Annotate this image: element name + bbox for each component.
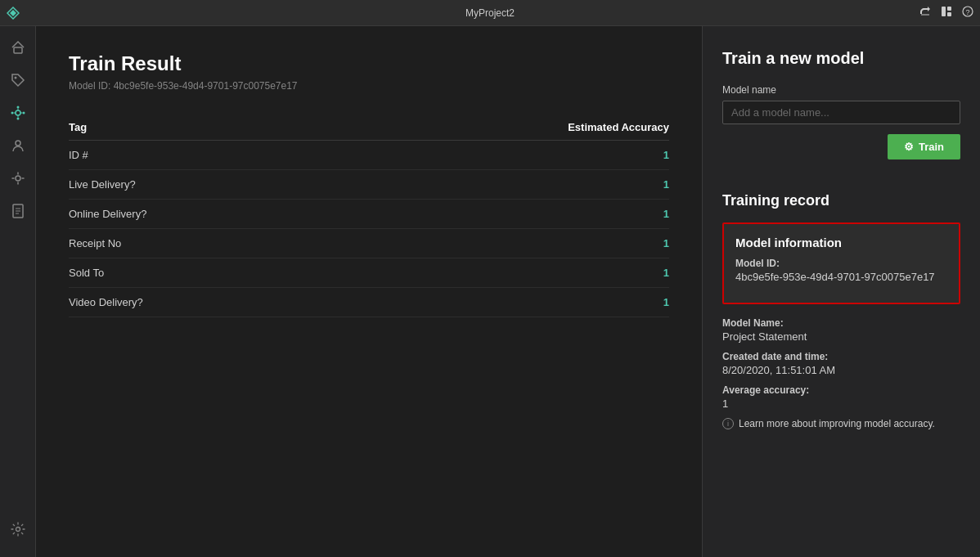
- sidebar-item-layout[interactable]: [3, 164, 33, 193]
- model-id-value: 4bc9e5fe-953e-49d4-9701-97c0075e7e17: [735, 271, 947, 283]
- model-name-row: Model Name: Project Statement: [722, 317, 960, 343]
- layout-icon[interactable]: [941, 6, 952, 20]
- svg-point-24: [16, 528, 20, 532]
- table-cell-tag: Online Delivery?: [69, 208, 146, 220]
- table-row: Sold To1: [69, 258, 669, 288]
- table-cell-accuracy: 1: [663, 178, 669, 191]
- svg-marker-1: [10, 10, 16, 16]
- avg-accuracy-label: Average accuracy:: [722, 384, 960, 396]
- main-panel: Train Result Model ID: 4bc9e5fe-953e-49d…: [36, 26, 702, 557]
- svg-text:?: ?: [965, 8, 969, 16]
- svg-rect-4: [947, 12, 951, 16]
- svg-point-12: [11, 112, 13, 115]
- app-logo: [7, 7, 20, 20]
- train-section-title: Train a new model: [722, 49, 960, 68]
- share-icon[interactable]: [919, 6, 931, 20]
- app-body: Train Result Model ID: 4bc9e5fe-953e-49d…: [0, 26, 980, 557]
- train-button-icon: ⚙: [904, 141, 914, 153]
- created-date-label: Created date and time:: [722, 351, 960, 362]
- model-name-label: Model name: [722, 84, 960, 96]
- svg-rect-7: [14, 47, 22, 53]
- sidebar-item-settings[interactable]: [3, 514, 33, 544]
- created-date-row: Created date and time: 8/20/2020, 11:51:…: [722, 351, 960, 376]
- created-date-value: 8/20/2020, 11:51:01 AM: [722, 364, 960, 376]
- model-id-row: Model ID: 4bc9e5fe-953e-49d4-9701-97c007…: [735, 258, 947, 283]
- sidebar-item-tag[interactable]: [3, 65, 33, 95]
- svg-point-9: [16, 110, 20, 115]
- model-info-card: Model information Model ID: 4bc9e5fe-953…: [722, 222, 960, 304]
- table-cell-tag: ID #: [69, 149, 88, 161]
- train-button-row: ⚙ Train: [722, 134, 960, 186]
- table-cell-tag: Sold To: [69, 267, 104, 279]
- table-row: Video Delivery?1: [69, 288, 669, 317]
- titlebar: MyProject2 ?: [0, 0, 980, 26]
- training-record-title: Training record: [722, 186, 960, 209]
- learn-more-text: Learn more about improving model accurac…: [739, 418, 935, 429]
- sidebar-item-connections[interactable]: [3, 131, 33, 160]
- info-icon: i: [722, 418, 734, 429]
- table-cell-accuracy: 1: [663, 296, 669, 308]
- svg-point-13: [22, 112, 25, 115]
- svg-point-11: [16, 118, 19, 120]
- table-cell-accuracy: 1: [663, 237, 669, 249]
- content-area: Train Result Model ID: 4bc9e5fe-953e-49d…: [36, 26, 980, 557]
- svg-rect-3: [947, 7, 951, 11]
- sidebar-item-home[interactable]: [3, 33, 33, 62]
- train-button[interactable]: ⚙ Train: [888, 134, 960, 159]
- svg-point-18: [16, 141, 20, 146]
- help-icon[interactable]: ?: [962, 6, 973, 20]
- table-cell-tag: Live Delivery?: [69, 178, 136, 191]
- model-info-card-title: Model information: [735, 236, 947, 249]
- avg-accuracy-value: 1: [722, 398, 960, 410]
- sidebar: [0, 26, 36, 557]
- svg-point-19: [16, 176, 20, 181]
- learn-more-row[interactable]: i Learn more about improving model accur…: [722, 418, 960, 429]
- table-cell-tag: Video Delivery?: [69, 296, 143, 308]
- table-cell-accuracy: 1: [663, 149, 669, 161]
- table-row: ID #1: [69, 141, 669, 170]
- results-table: ID #1Live Delivery?1Online Delivery?1Rec…: [69, 141, 669, 317]
- page-title: Train Result: [69, 52, 669, 75]
- window-title: MyProject2: [465, 7, 515, 19]
- table-col-accuracy: Estimated Accuracy: [568, 121, 669, 133]
- svg-rect-2: [942, 7, 946, 16]
- table-row: Online Delivery?1: [69, 200, 669, 229]
- table-cell-accuracy: 1: [663, 208, 669, 220]
- table-header: Tag Estimated Accuracy: [69, 115, 669, 141]
- model-name-label-info: Model Name:: [722, 317, 960, 329]
- table-col-tag: Tag: [69, 121, 87, 133]
- table-row: Receipt No1: [69, 229, 669, 258]
- svg-point-10: [16, 106, 19, 109]
- table-cell-tag: Receipt No: [69, 237, 121, 249]
- model-name-value: Project Statement: [722, 330, 960, 343]
- sidebar-item-model[interactable]: [3, 98, 33, 128]
- sidebar-bottom: [3, 514, 33, 550]
- svg-point-8: [14, 77, 16, 79]
- table-cell-accuracy: 1: [663, 267, 669, 279]
- right-panel: Train a new model Model name ⚙ Train Tra…: [702, 26, 980, 557]
- model-name-input[interactable]: [722, 101, 960, 124]
- sidebar-item-document[interactable]: [3, 196, 33, 226]
- model-id-subtitle: Model ID: 4bc9e5fe-953e-49d4-9701-97c007…: [69, 80, 669, 92]
- titlebar-actions: ?: [919, 6, 973, 20]
- avg-accuracy-row: Average accuracy: 1: [722, 384, 960, 410]
- table-row: Live Delivery?1: [69, 170, 669, 200]
- model-id-label: Model ID:: [735, 258, 947, 269]
- train-button-label: Train: [919, 141, 944, 153]
